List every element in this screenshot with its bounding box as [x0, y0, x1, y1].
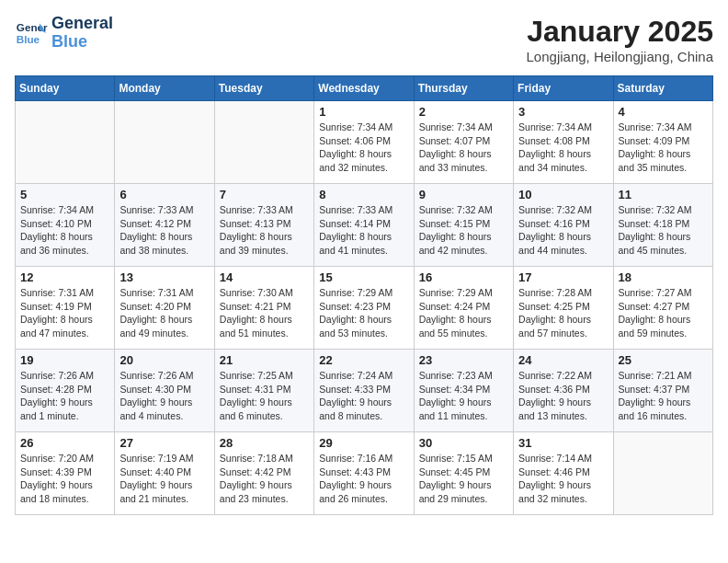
- day-number: 11: [619, 188, 708, 201]
- day-info: Sunrise: 7:28 AM Sunset: 4:25 PM Dayligh…: [518, 286, 608, 340]
- calendar-header-row: SundayMondayTuesdayWednesdayThursdayFrid…: [16, 76, 713, 101]
- calendar-cell: 29Sunrise: 7:16 AM Sunset: 4:43 PM Dayli…: [314, 432, 414, 515]
- calendar-cell: [16, 101, 115, 184]
- day-info: Sunrise: 7:30 AM Sunset: 4:21 PM Dayligh…: [220, 286, 309, 340]
- day-number: 2: [419, 105, 508, 119]
- day-number: 3: [518, 105, 608, 119]
- day-info: Sunrise: 7:19 AM Sunset: 4:40 PM Dayligh…: [119, 452, 209, 506]
- day-number: 19: [20, 353, 109, 367]
- calendar-cell: 20Sunrise: 7:26 AM Sunset: 4:30 PM Dayli…: [115, 350, 214, 432]
- calendar-cell: 31Sunrise: 7:14 AM Sunset: 4:46 PM Dayli…: [514, 432, 613, 515]
- day-info: Sunrise: 7:32 AM Sunset: 4:15 PM Dayligh…: [419, 203, 508, 258]
- calendar-cell: 25Sunrise: 7:21 AM Sunset: 4:37 PM Dayli…: [613, 350, 712, 432]
- day-info: Sunrise: 7:18 AM Sunset: 4:42 PM Dayligh…: [220, 452, 309, 506]
- day-info: Sunrise: 7:26 AM Sunset: 4:28 PM Dayligh…: [20, 369, 109, 423]
- day-number: 15: [319, 270, 408, 284]
- calendar-cell: 5Sunrise: 7:34 AM Sunset: 4:10 PM Daylig…: [16, 184, 115, 267]
- day-number: 29: [319, 436, 408, 450]
- day-info: Sunrise: 7:29 AM Sunset: 4:24 PM Dayligh…: [419, 286, 508, 340]
- day-number: 12: [20, 270, 109, 284]
- calendar-cell: 2Sunrise: 7:34 AM Sunset: 4:07 PM Daylig…: [414, 101, 513, 184]
- calendar-cell: 14Sunrise: 7:30 AM Sunset: 4:21 PM Dayli…: [214, 267, 313, 350]
- month-title: January 2025: [527, 15, 713, 49]
- calendar-week-row: 19Sunrise: 7:26 AM Sunset: 4:28 PM Dayli…: [16, 350, 713, 432]
- calendar-cell: 16Sunrise: 7:29 AM Sunset: 4:24 PM Dayli…: [414, 267, 513, 350]
- location: Longjiang, Heilongjiang, China: [527, 49, 713, 64]
- day-info: Sunrise: 7:14 AM Sunset: 4:46 PM Dayligh…: [518, 452, 608, 506]
- calendar-cell: 26Sunrise: 7:20 AM Sunset: 4:39 PM Dayli…: [16, 432, 115, 515]
- logo-icon: General Blue: [15, 17, 48, 50]
- calendar-cell: 30Sunrise: 7:15 AM Sunset: 4:45 PM Dayli…: [414, 432, 513, 515]
- weekday-header: Tuesday: [214, 76, 313, 101]
- calendar-cell: [214, 101, 313, 184]
- calendar-cell: 8Sunrise: 7:33 AM Sunset: 4:14 PM Daylig…: [314, 184, 414, 267]
- logo: General Blue General Blue: [15, 15, 113, 52]
- calendar-cell: 6Sunrise: 7:33 AM Sunset: 4:12 PM Daylig…: [115, 184, 214, 267]
- calendar-cell: [613, 432, 712, 515]
- day-number: 25: [619, 353, 708, 367]
- day-number: 8: [319, 188, 408, 201]
- calendar-cell: 28Sunrise: 7:18 AM Sunset: 4:42 PM Dayli…: [214, 432, 313, 515]
- calendar-week-row: 26Sunrise: 7:20 AM Sunset: 4:39 PM Dayli…: [16, 432, 713, 515]
- day-info: Sunrise: 7:34 AM Sunset: 4:07 PM Dayligh…: [419, 121, 508, 175]
- calendar-cell: 24Sunrise: 7:22 AM Sunset: 4:36 PM Dayli…: [514, 350, 613, 432]
- day-info: Sunrise: 7:15 AM Sunset: 4:45 PM Dayligh…: [419, 452, 508, 506]
- day-info: Sunrise: 7:34 AM Sunset: 4:09 PM Dayligh…: [619, 121, 708, 175]
- calendar-cell: 22Sunrise: 7:24 AM Sunset: 4:33 PM Dayli…: [314, 350, 414, 432]
- day-number: 27: [119, 436, 209, 450]
- day-number: 17: [518, 270, 608, 284]
- calendar: SundayMondayTuesdayWednesdayThursdayFrid…: [15, 75, 713, 515]
- calendar-cell: 27Sunrise: 7:19 AM Sunset: 4:40 PM Dayli…: [115, 432, 214, 515]
- day-info: Sunrise: 7:26 AM Sunset: 4:30 PM Dayligh…: [119, 369, 209, 423]
- weekday-header: Friday: [514, 76, 613, 101]
- calendar-week-row: 1Sunrise: 7:34 AM Sunset: 4:06 PM Daylig…: [16, 101, 713, 184]
- day-info: Sunrise: 7:27 AM Sunset: 4:27 PM Dayligh…: [619, 286, 708, 340]
- calendar-week-row: 12Sunrise: 7:31 AM Sunset: 4:19 PM Dayli…: [16, 267, 713, 350]
- day-info: Sunrise: 7:33 AM Sunset: 4:13 PM Dayligh…: [220, 203, 309, 258]
- calendar-cell: 7Sunrise: 7:33 AM Sunset: 4:13 PM Daylig…: [214, 184, 313, 267]
- weekday-header: Saturday: [613, 76, 712, 101]
- day-number: 18: [619, 270, 708, 284]
- day-info: Sunrise: 7:31 AM Sunset: 4:19 PM Dayligh…: [20, 286, 109, 340]
- logo-text: General Blue: [51, 15, 113, 52]
- day-info: Sunrise: 7:20 AM Sunset: 4:39 PM Dayligh…: [20, 452, 109, 506]
- day-info: Sunrise: 7:25 AM Sunset: 4:31 PM Dayligh…: [220, 369, 309, 423]
- day-info: Sunrise: 7:32 AM Sunset: 4:16 PM Dayligh…: [518, 203, 608, 258]
- day-info: Sunrise: 7:32 AM Sunset: 4:18 PM Dayligh…: [619, 203, 708, 258]
- day-info: Sunrise: 7:31 AM Sunset: 4:20 PM Dayligh…: [119, 286, 209, 340]
- calendar-cell: 17Sunrise: 7:28 AM Sunset: 4:25 PM Dayli…: [514, 267, 613, 350]
- calendar-cell: 21Sunrise: 7:25 AM Sunset: 4:31 PM Dayli…: [214, 350, 313, 432]
- day-info: Sunrise: 7:34 AM Sunset: 4:06 PM Dayligh…: [319, 121, 408, 175]
- calendar-cell: 11Sunrise: 7:32 AM Sunset: 4:18 PM Dayli…: [613, 184, 712, 267]
- weekday-header: Sunday: [16, 76, 115, 101]
- day-info: Sunrise: 7:33 AM Sunset: 4:14 PM Dayligh…: [319, 203, 408, 258]
- calendar-cell: 23Sunrise: 7:23 AM Sunset: 4:34 PM Dayli…: [414, 350, 513, 432]
- calendar-cell: 1Sunrise: 7:34 AM Sunset: 4:06 PM Daylig…: [314, 101, 414, 184]
- page-header: General Blue General Blue January 2025 L…: [15, 15, 713, 64]
- day-number: 26: [20, 436, 109, 450]
- day-number: 31: [518, 436, 608, 450]
- day-number: 28: [220, 436, 309, 450]
- day-number: 4: [619, 105, 708, 119]
- day-info: Sunrise: 7:33 AM Sunset: 4:12 PM Dayligh…: [119, 203, 209, 258]
- title-block: January 2025 Longjiang, Heilongjiang, Ch…: [527, 15, 713, 64]
- day-number: 21: [220, 353, 309, 367]
- calendar-cell: 3Sunrise: 7:34 AM Sunset: 4:08 PM Daylig…: [514, 101, 613, 184]
- calendar-cell: 12Sunrise: 7:31 AM Sunset: 4:19 PM Dayli…: [16, 267, 115, 350]
- day-number: 24: [518, 353, 608, 367]
- calendar-cell: 13Sunrise: 7:31 AM Sunset: 4:20 PM Dayli…: [115, 267, 214, 350]
- day-info: Sunrise: 7:34 AM Sunset: 4:08 PM Dayligh…: [518, 121, 608, 175]
- day-info: Sunrise: 7:29 AM Sunset: 4:23 PM Dayligh…: [319, 286, 408, 340]
- day-number: 9: [419, 188, 508, 201]
- day-number: 22: [319, 353, 408, 367]
- day-number: 10: [518, 188, 608, 201]
- weekday-header: Thursday: [414, 76, 513, 101]
- day-number: 6: [119, 188, 209, 201]
- weekday-header: Wednesday: [314, 76, 414, 101]
- calendar-cell: 9Sunrise: 7:32 AM Sunset: 4:15 PM Daylig…: [414, 184, 513, 267]
- calendar-cell: 19Sunrise: 7:26 AM Sunset: 4:28 PM Dayli…: [16, 350, 115, 432]
- calendar-cell: 15Sunrise: 7:29 AM Sunset: 4:23 PM Dayli…: [314, 267, 414, 350]
- day-info: Sunrise: 7:22 AM Sunset: 4:36 PM Dayligh…: [518, 369, 608, 423]
- day-number: 30: [419, 436, 508, 450]
- day-number: 14: [220, 270, 309, 284]
